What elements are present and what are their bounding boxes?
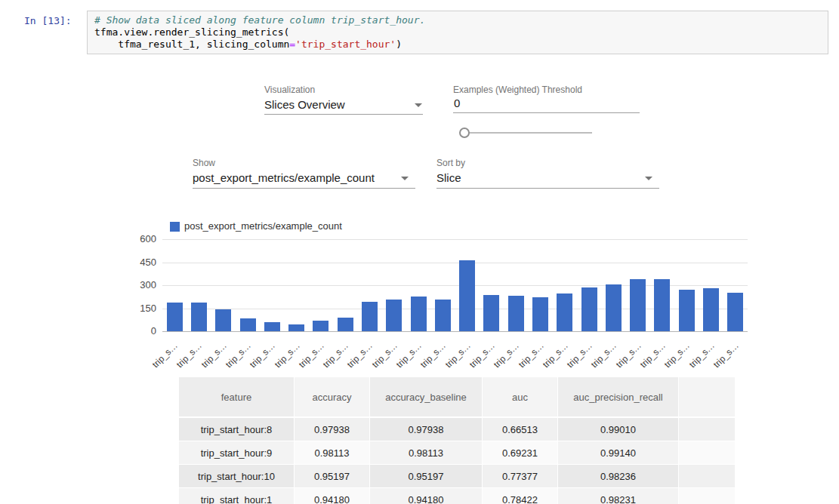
table-cell: 0.99010 xyxy=(558,418,679,441)
chart-bar[interactable] xyxy=(435,300,451,331)
show-underline xyxy=(193,188,415,189)
chart-bar[interactable] xyxy=(411,297,427,331)
table-row: trip_start_hour:10.941800.941800.784220.… xyxy=(179,488,735,504)
table-cell: 0.98236 xyxy=(558,465,679,488)
chart-y-tick-label: 150 xyxy=(113,303,156,314)
table-row: trip_start_hour:90.981130.981130.692310.… xyxy=(179,441,735,465)
chart-bar[interactable] xyxy=(191,303,207,331)
chart-y-axis: 0150300450600 xyxy=(113,239,156,345)
chart-x-axis: trip_s…trip_s…trip_s…trip_s…trip_s…trip_… xyxy=(162,333,748,367)
sort-by-select[interactable]: Slice xyxy=(436,171,461,184)
chart-bar[interactable] xyxy=(679,290,695,331)
chart-bar[interactable] xyxy=(313,321,329,331)
table-cell: 0.1111 xyxy=(679,418,735,441)
chart-bar[interactable] xyxy=(240,318,256,331)
chart-gridline xyxy=(162,239,748,240)
table-cell-feature: trip_start_hour:9 xyxy=(179,441,295,465)
table-cell-feature: trip_start_hour:10 xyxy=(179,465,295,488)
chart-bar[interactable] xyxy=(362,302,378,331)
table-cell: 0.1901 xyxy=(679,488,735,504)
chart-y-tick-label: 600 xyxy=(113,233,156,244)
table-cell-feature: trip_start_hour:1 xyxy=(179,488,295,504)
chart-bar[interactable] xyxy=(215,309,231,331)
table-cell: 0.98113 xyxy=(295,441,370,465)
chart-bar[interactable] xyxy=(703,288,719,331)
threshold-input[interactable] xyxy=(453,97,640,113)
chart-bar[interactable] xyxy=(532,297,548,331)
chart-bar[interactable] xyxy=(581,287,597,331)
chart-plot xyxy=(162,239,748,331)
table-cell: 0.78422 xyxy=(483,488,558,504)
table-cell: 0.97938 xyxy=(370,418,483,441)
code-line: # Show data sliced along feature column … xyxy=(94,14,821,26)
code-line: tfma.view.render_slicing_metrics( xyxy=(94,26,821,38)
show-metric-select[interactable]: post_export_metrics/example_count xyxy=(193,171,375,184)
show-label: Show xyxy=(193,158,215,168)
visualization-underline xyxy=(264,114,423,115)
table-row: trip_start_hour:100.951970.951970.773770… xyxy=(179,465,735,488)
chart-bar[interactable] xyxy=(459,260,475,331)
table-cell: 0.95197 xyxy=(370,465,483,488)
table-header-cell[interactable]: average_los xyxy=(679,377,735,418)
chart-y-tick-label: 0 xyxy=(113,325,156,337)
metrics-table-body: trip_start_hour:80.979380.979380.665130.… xyxy=(179,418,735,504)
chart-bar[interactable] xyxy=(508,296,524,331)
chart-bar[interactable] xyxy=(264,322,280,331)
chart-y-tick-label: 300 xyxy=(113,279,156,290)
notebook-page: In [13]: # Show data sliced along featur… xyxy=(0,0,839,504)
table-cell: 0.98113 xyxy=(370,441,483,465)
chart-bar[interactable] xyxy=(288,324,304,331)
table-cell: 0.95197 xyxy=(295,465,370,488)
table-cell: 0.1541 xyxy=(679,465,735,488)
legend-label: post_export_metrics/example_count xyxy=(184,220,342,232)
chevron-down-icon[interactable] xyxy=(645,177,652,180)
chart-bar[interactable] xyxy=(654,279,670,331)
chevron-down-icon[interactable] xyxy=(415,103,422,107)
table-header-cell[interactable]: auc_precision_recall xyxy=(558,377,679,418)
table-header-cell[interactable]: auc xyxy=(483,377,558,418)
chart-gridline xyxy=(162,331,748,332)
table-cell: 0.94180 xyxy=(370,488,483,504)
chart-bar[interactable] xyxy=(167,303,183,331)
table-cell: 0.77377 xyxy=(483,465,558,488)
table-header-cell[interactable]: feature xyxy=(179,377,295,418)
threshold-label: Examples (Weighted) Threshold xyxy=(453,85,582,95)
sort-by-underline xyxy=(436,188,659,189)
chevron-down-icon[interactable] xyxy=(401,177,409,180)
visualization-select[interactable]: Slices Overview xyxy=(264,98,345,111)
table-cell: 0.69231 xyxy=(483,441,558,465)
chart-bar[interactable] xyxy=(606,284,622,331)
table-cell: 0.94180 xyxy=(295,488,370,504)
chart-y-tick-label: 450 xyxy=(113,257,156,268)
table-cell: 0.99140 xyxy=(558,441,679,465)
chart-bar[interactable] xyxy=(386,300,402,331)
table-cell: 0.98231 xyxy=(558,488,679,504)
table-cell: 0.97938 xyxy=(295,418,370,441)
table-cell: 0.0892 xyxy=(679,441,735,465)
visualization-label: Visualization xyxy=(264,85,315,95)
table-row: trip_start_hour:80.979380.979380.665130.… xyxy=(179,418,735,441)
chart-bar[interactable] xyxy=(483,295,499,331)
code-editor[interactable]: # Show data sliced along feature column … xyxy=(87,11,828,54)
table-header-cell[interactable]: accuracy xyxy=(295,377,370,418)
table-cell: 0.66513 xyxy=(483,418,558,441)
chart-bar[interactable] xyxy=(630,279,646,331)
metrics-table: featureaccuracyaccuracy_baselineaucauc_p… xyxy=(179,377,735,504)
chart-bar[interactable] xyxy=(557,293,572,331)
chart-bar[interactable] xyxy=(338,318,353,331)
cell-input-prompt: In [13]: xyxy=(24,15,72,26)
code-line: tfma_result_1, slicing_column='trip_star… xyxy=(94,38,821,51)
chart-gridline xyxy=(162,263,748,263)
sort-by-label: Sort by xyxy=(436,158,465,168)
table-header-cell[interactable]: accuracy_baseline xyxy=(370,377,483,418)
threshold-slider-handle[interactable] xyxy=(459,128,470,138)
metrics-table-head-row: featureaccuracyaccuracy_baselineaucauc_p… xyxy=(179,377,735,418)
metrics-table-container: featureaccuracyaccuracy_baselineaucauc_p… xyxy=(179,377,735,504)
legend-swatch xyxy=(170,222,180,232)
chart-bar[interactable] xyxy=(727,293,743,331)
table-cell-feature: trip_start_hour:8 xyxy=(179,418,295,441)
threshold-slider-track[interactable] xyxy=(462,132,592,134)
